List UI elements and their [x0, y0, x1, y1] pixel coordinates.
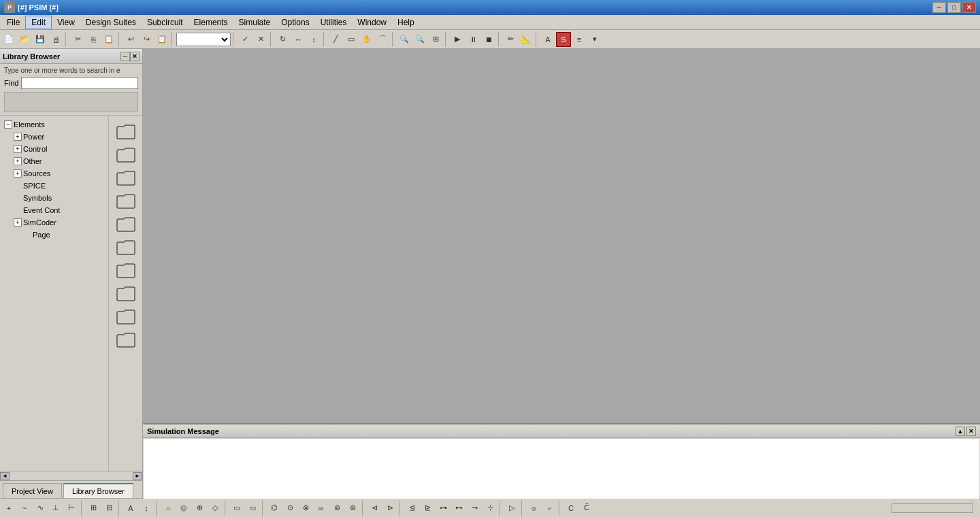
bottom-btn-25[interactable]: ⊵: [420, 501, 435, 516]
lasso-button[interactable]: ⌒: [375, 32, 390, 47]
canvas-area[interactable]: [143, 49, 980, 423]
bottom-btn-28[interactable]: ⊸: [467, 501, 482, 516]
tree-item-sources[interactable]: + Sources: [3, 167, 105, 180]
zoom-select[interactable]: [176, 33, 231, 46]
search-input[interactable]: [21, 77, 138, 89]
folder-icon-4[interactable]: [116, 192, 136, 210]
text-button[interactable]: A: [540, 32, 555, 47]
save-button[interactable]: 💾: [33, 32, 48, 47]
minimize-button[interactable]: ─: [932, 2, 946, 13]
menu-elements[interactable]: Elements: [189, 16, 233, 29]
bottom-btn-26[interactable]: ⊶: [436, 501, 451, 516]
folder-icon-3[interactable]: [116, 169, 136, 186]
folder-icon-6[interactable]: [116, 238, 136, 256]
cut-button[interactable]: ✂: [70, 32, 85, 47]
bottom-btn-22[interactable]: ⊲: [367, 501, 382, 516]
tree-item-simcoder[interactable]: + SimCoder: [3, 216, 105, 229]
copy-button[interactable]: ⎘: [86, 32, 101, 47]
zoomout-button[interactable]: 🔍: [412, 32, 427, 47]
paste-button[interactable]: 📋: [101, 32, 116, 47]
scroll-right-button[interactable]: ►: [133, 472, 142, 480]
menu-options[interactable]: Options: [276, 16, 314, 29]
bottom-btn-20[interactable]: ⊚: [329, 501, 344, 516]
panel-pin-button[interactable]: ─: [120, 52, 130, 61]
menu-edit[interactable]: Edit: [25, 16, 52, 29]
bottom-btn-7[interactable]: ⊟: [101, 501, 116, 516]
stop-button[interactable]: ⏹: [481, 32, 496, 47]
wire-button[interactable]: ╱: [328, 32, 343, 47]
tab-library-browser[interactable]: Library Browser: [63, 483, 133, 498]
tree-item-symbols[interactable]: Symbols: [3, 192, 105, 204]
tree-item-power[interactable]: + Power: [3, 131, 105, 143]
tree-item-control[interactable]: + Control: [3, 143, 105, 155]
bottom-btn-8[interactable]: A: [123, 501, 138, 516]
zoomfit-button[interactable]: ⊞: [428, 32, 443, 47]
tab-project-view[interactable]: Project View: [3, 483, 62, 498]
bottom-btn-4[interactable]: ⊥: [48, 501, 63, 516]
folder-icon-10[interactable]: [116, 331, 136, 348]
menu-help[interactable]: Help: [392, 16, 420, 29]
panel-close-button[interactable]: ✕: [130, 52, 140, 61]
bottom-btn-21[interactable]: ⊛: [345, 501, 360, 516]
menu-design-suites[interactable]: Design Suites: [80, 16, 142, 29]
bottom-btn-31[interactable]: ⌾: [526, 501, 541, 516]
bottom-btn-12[interactable]: ⊕: [192, 501, 207, 516]
folder-icon-2[interactable]: [116, 146, 136, 163]
bottom-btn-15[interactable]: ▭: [245, 501, 260, 516]
expand-control[interactable]: +: [14, 145, 22, 153]
print-button[interactable]: 🖨: [48, 32, 63, 47]
bottom-btn-17[interactable]: ⊙: [282, 501, 297, 516]
expand-power[interactable]: +: [14, 133, 22, 141]
expand-simcoder[interactable]: +: [14, 218, 22, 227]
menu-utilities[interactable]: Utilities: [315, 16, 353, 29]
scroll-left-button[interactable]: ◄: [0, 472, 10, 480]
bottom-btn-14[interactable]: ▭: [229, 501, 244, 516]
bottom-btn-19[interactable]: ∞: [314, 501, 329, 516]
expand-other[interactable]: +: [14, 157, 22, 165]
bottom-btn-3[interactable]: ∿: [33, 501, 48, 516]
special2-button[interactable]: ≡: [572, 32, 587, 47]
sim-expand-button[interactable]: ▲: [956, 427, 965, 436]
menu-view[interactable]: View: [52, 16, 80, 29]
menu-simulate[interactable]: Simulate: [233, 16, 276, 29]
menu-file[interactable]: File: [1, 16, 25, 29]
special1-button[interactable]: S: [556, 32, 571, 47]
folder-icon-8[interactable]: [116, 284, 136, 302]
folder-icon-5[interactable]: [116, 215, 136, 233]
bottom-btn-27[interactable]: ⊷: [451, 501, 466, 516]
folder-icon-9[interactable]: [116, 307, 136, 325]
folder-icon-7[interactable]: [116, 261, 136, 279]
sim-close-button[interactable]: ✕: [966, 427, 976, 436]
rotate-button[interactable]: ↻: [275, 32, 290, 47]
dropdown-button[interactable]: ▾: [587, 32, 602, 47]
bottom-btn-6[interactable]: ⊞: [86, 501, 101, 516]
new-button[interactable]: 📄: [1, 32, 16, 47]
hand-button[interactable]: ✋: [359, 32, 374, 47]
measure-button[interactable]: 📐: [519, 32, 534, 47]
bottom-btn-33[interactable]: C: [564, 501, 578, 516]
tree-item-spice[interactable]: SPICE: [3, 180, 105, 192]
tree-scrollbar[interactable]: ◄ ►: [0, 471, 142, 480]
menu-subcircuit[interactable]: Subcircuit: [142, 16, 189, 29]
maximize-button[interactable]: □: [947, 2, 961, 13]
tree-item-page[interactable]: Page: [3, 229, 105, 241]
expand-elements[interactable]: −: [4, 120, 12, 129]
rect-button[interactable]: ▭: [344, 32, 359, 47]
tree-item-other[interactable]: + Other: [3, 155, 105, 167]
bottom-btn-32[interactable]: ⌿: [542, 501, 557, 516]
x-button[interactable]: ✕: [253, 32, 268, 47]
bottom-btn-11[interactable]: ◎: [176, 501, 191, 516]
check-button[interactable]: ✓: [238, 32, 252, 47]
paste2-button[interactable]: 📋: [154, 32, 169, 47]
tree-item-elements[interactable]: − Elements: [3, 118, 105, 131]
bottom-btn-34[interactable]: C̈: [579, 501, 594, 516]
bottom-btn-23[interactable]: ⊳: [382, 501, 397, 516]
flip-button[interactable]: ↔: [291, 32, 306, 47]
undo-button[interactable]: ↩: [123, 32, 138, 47]
open-button[interactable]: 📂: [17, 32, 32, 47]
close-button[interactable]: ✕: [962, 2, 976, 13]
bottom-btn-1[interactable]: +: [1, 501, 16, 516]
probe-button[interactable]: ✏: [503, 32, 518, 47]
bottom-btn-5[interactable]: ⊢: [64, 501, 79, 516]
flipv-button[interactable]: ↕: [306, 32, 321, 47]
